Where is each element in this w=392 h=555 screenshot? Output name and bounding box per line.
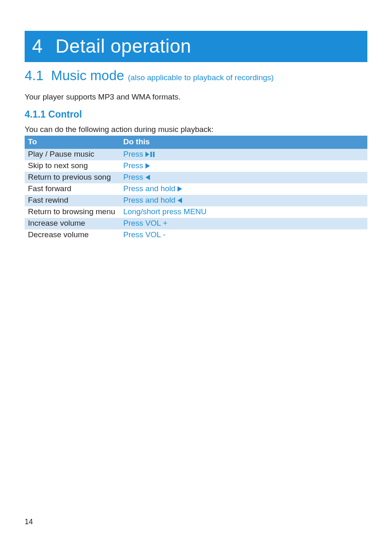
table-cell-do: Press VOL - <box>120 229 367 241</box>
subsection-title: Control <box>48 109 82 120</box>
table-row: Fast forwardPress and hold <box>25 183 367 195</box>
table-row: Return to browsing menuLong/short press … <box>25 206 367 218</box>
right-arrow-icon <box>178 186 182 192</box>
right-arrow-icon <box>145 163 150 169</box>
table-cell-do: Press and hold <box>120 183 367 195</box>
subsection-number: 4.1.1 <box>25 109 46 120</box>
table-row: Play / Pause musicPress <box>25 149 367 160</box>
section-number: 4.1 <box>25 68 44 83</box>
table-cell-to: Play / Pause music <box>25 149 120 160</box>
chapter-number: 4 <box>32 35 43 57</box>
table-cell-do: Press <box>120 149 367 160</box>
section-heading: 4.1 Music mode (also applicable to playb… <box>25 68 367 83</box>
table-cell-to: Increase volume <box>25 218 120 229</box>
section-title: Music mode <box>51 68 124 83</box>
table-row: Fast rewindPress and hold <box>25 195 367 206</box>
subsection-heading: 4.1.1 Control <box>25 109 367 120</box>
intro-text: Your player supports MP3 and WMA formats… <box>25 92 367 102</box>
control-table: To Do this Play / Pause musicPress Skip … <box>25 136 367 241</box>
table-cell-do: Press and hold <box>120 195 367 206</box>
left-arrow-icon <box>178 198 182 203</box>
table-row: Decrease volumePress VOL - <box>25 229 367 241</box>
table-cell-to: Decrease volume <box>25 229 120 241</box>
table-intro: You can do the following action during m… <box>25 125 367 134</box>
left-arrow-icon <box>145 175 150 180</box>
table-header-to: To <box>25 136 120 149</box>
table-cell-do: Press <box>120 172 367 183</box>
chapter-header: 4 Detail operation <box>25 31 367 62</box>
table-cell-do: Press VOL + <box>120 218 367 229</box>
table-row: Return to previous songPress <box>25 172 367 183</box>
table-cell-to: Return to browsing menu <box>25 206 120 218</box>
chapter-title: Detail operation <box>45 35 191 57</box>
table-row: Increase volumePress VOL + <box>25 218 367 229</box>
table-header-do: Do this <box>120 136 367 149</box>
section-subtitle: (also applicable to playback of recordin… <box>128 73 274 82</box>
table-row: Skip to next songPress <box>25 160 367 172</box>
table-cell-to: Return to previous song <box>25 172 120 183</box>
table-cell-do: Long/short press MENU <box>120 206 367 218</box>
table-header-row: To Do this <box>25 136 367 149</box>
table-cell-to: Skip to next song <box>25 160 120 172</box>
table-cell-do: Press <box>120 160 367 172</box>
table-cell-to: Fast forward <box>25 183 120 195</box>
play-pause-icon <box>145 152 154 157</box>
page-number: 14 <box>25 518 33 526</box>
table-cell-to: Fast rewind <box>25 195 120 206</box>
